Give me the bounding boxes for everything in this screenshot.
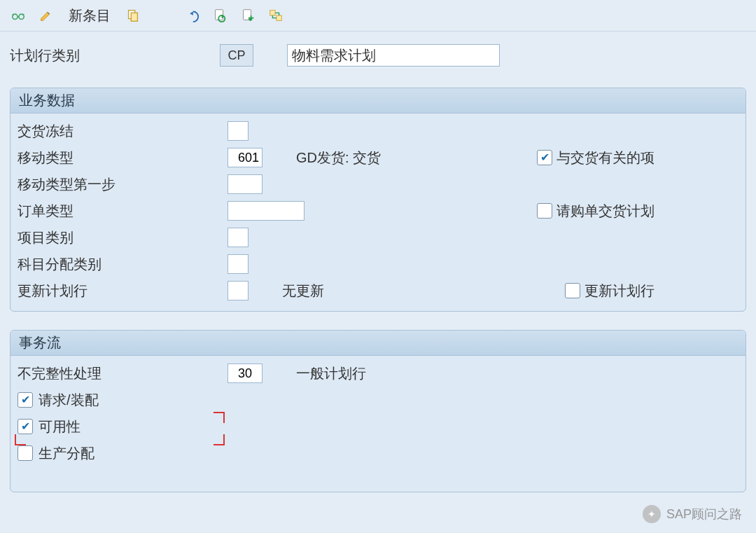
pencil-icon[interactable] [38, 7, 55, 24]
svg-rect-8 [251, 15, 252, 20]
compare-icon[interactable] [267, 7, 284, 24]
update-sched-chk-label: 更新计划行 [584, 282, 654, 300]
movement-type-text: GD发货: 交货 [296, 148, 450, 167]
schedline-cat-code: CP [220, 44, 253, 67]
update-sched-input[interactable] [227, 281, 248, 300]
doc-refresh-icon[interactable] [211, 7, 228, 24]
glasses-icon[interactable] [10, 7, 27, 24]
prod-alloc-checkbox[interactable] [18, 445, 33, 461]
incompleteness-label: 不完整性处理 [18, 364, 227, 383]
transaction-flow-group: 事务流 不完整性处理 一般计划行 请求/装配 可用性 生产分配 [10, 330, 746, 492]
business-data-title: 业务数据 [10, 88, 746, 113]
schedline-cat-desc: 物料需求计划 [287, 44, 500, 67]
movement-type-label: 移动类型 [18, 148, 227, 167]
order-type-label: 订单类型 [18, 202, 227, 221]
incompleteness-input[interactable] [227, 364, 262, 383]
incompleteness-text: 一般计划行 [296, 364, 450, 383]
delivery-block-input[interactable] [227, 121, 248, 141]
item-category-input[interactable] [227, 228, 248, 247]
movement-type-step1-label: 移动类型第一步 [18, 175, 227, 194]
toolbar: 新条目 [0, 0, 756, 32]
svg-rect-10 [276, 15, 281, 20]
update-sched-checkbox[interactable] [565, 283, 580, 298]
movement-type-input[interactable] [227, 148, 262, 167]
transaction-flow-title: 事务流 [10, 331, 746, 356]
acct-assign-cat-label: 科目分配类别 [18, 255, 227, 274]
wechat-icon: ✦ [643, 505, 661, 523]
prod-alloc-label: 生产分配 [38, 444, 94, 463]
delivery-block-label: 交货冻结 [18, 122, 227, 141]
item-category-label: 项目类别 [18, 228, 227, 247]
availability-label: 可用性 [38, 417, 80, 436]
business-data-group: 业务数据 交货冻结 移动类型 GD发货: 交货 与交货有关的项 移动类型第一步 … [10, 88, 746, 312]
req-assembly-checkbox[interactable] [18, 392, 33, 408]
new-entry-button[interactable]: 新条目 [66, 6, 113, 25]
acct-assign-cat-input[interactable] [227, 254, 248, 274]
svg-rect-9 [270, 11, 275, 15]
movement-type-step1-input[interactable] [227, 174, 262, 194]
watermark: ✦ SAP顾问之路 [643, 505, 742, 523]
update-sched-text: 无更新 [282, 282, 436, 300]
copy-icon[interactable] [125, 7, 141, 24]
preq-sched-checkbox[interactable] [537, 203, 552, 219]
delivery-relevant-checkbox[interactable] [537, 150, 552, 165]
watermark-text: SAP顾问之路 [666, 506, 742, 522]
req-assembly-label: 请求/装配 [38, 391, 99, 410]
svg-rect-3 [131, 13, 137, 21]
update-sched-label: 更新计划行 [18, 282, 227, 300]
schedline-cat-label: 计划行类别 [10, 46, 220, 65]
order-type-input[interactable] [227, 201, 304, 221]
availability-checkbox[interactable] [18, 419, 33, 434]
delivery-relevant-label: 与交货有关的项 [556, 148, 654, 167]
undo-icon[interactable] [183, 7, 200, 24]
preq-sched-label: 请购单交货计划 [556, 202, 654, 221]
header-row: 计划行类别 CP 物料需求计划 [0, 41, 756, 69]
doc-add-icon[interactable] [239, 7, 256, 24]
